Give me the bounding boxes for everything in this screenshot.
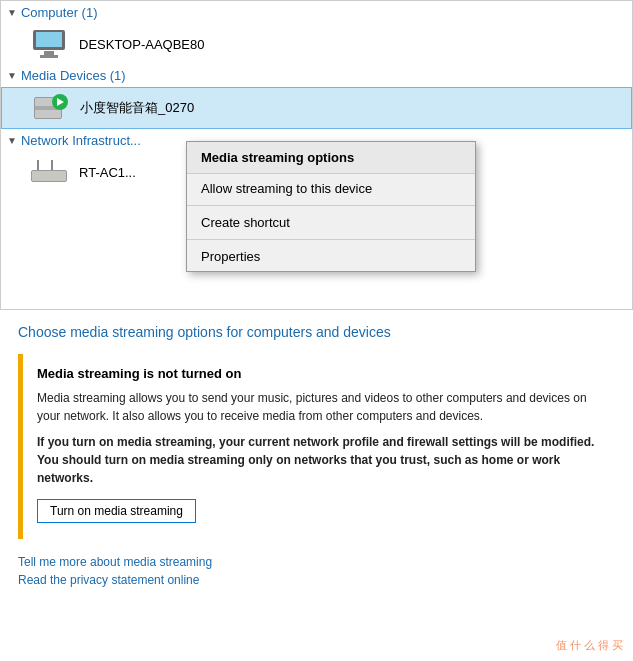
media-device-icon	[30, 93, 70, 123]
router-label: RT-AC1...	[79, 165, 136, 180]
media-devices-section-header[interactable]: ▼ Media Devices (1)	[1, 64, 632, 87]
media-devices-chevron-icon: ▼	[7, 70, 17, 81]
info-box: Media streaming is not turned on Media s…	[18, 354, 615, 539]
info-box-text: Media streaming allows you to send your …	[37, 389, 601, 425]
watermark: 值 什 么 得 买	[556, 638, 623, 653]
link-area: Tell me more about media streaming Read …	[18, 555, 615, 587]
properties-menu-item[interactable]: Properties	[187, 242, 475, 271]
learn-more-link[interactable]: Tell me more about media streaming	[18, 555, 615, 569]
desktop-item[interactable]: DESKTOP-AAQBE80	[1, 24, 632, 64]
warning-bold: that you trust	[350, 453, 427, 467]
media-device-label: 小度智能音箱_0270	[80, 99, 194, 117]
allow-streaming-menu-item[interactable]: Allow streaming to this device	[187, 174, 475, 203]
computer-section-label: Computer (1)	[21, 5, 98, 20]
info-box-warning: If you turn on media streaming, your cur…	[37, 433, 601, 487]
bottom-panel: Choose media streaming options for compu…	[0, 310, 633, 605]
turn-on-media-streaming-button[interactable]: Turn on media streaming	[37, 499, 196, 523]
computer-icon	[29, 29, 69, 59]
bottom-panel-title: Choose media streaming options for compu…	[18, 324, 615, 340]
info-box-title: Media streaming is not turned on	[37, 366, 601, 381]
context-menu-header: Media streaming options	[187, 142, 475, 174]
network-infra-section-label: Network Infrastruct...	[21, 133, 141, 148]
explorer-panel: ▼ Computer (1) DESKTOP-AAQBE80 ▼ Media D…	[0, 0, 633, 310]
router-icon	[29, 157, 69, 187]
context-menu-divider-1	[187, 205, 475, 206]
desktop-label: DESKTOP-AAQBE80	[79, 37, 204, 52]
media-devices-section-label: Media Devices (1)	[21, 68, 126, 83]
network-infra-chevron-icon: ▼	[7, 135, 17, 146]
privacy-statement-link[interactable]: Read the privacy statement online	[18, 573, 615, 587]
media-device-item[interactable]: 小度智能音箱_0270	[1, 87, 632, 129]
computer-chevron-icon: ▼	[7, 7, 17, 18]
context-menu-divider-2	[187, 239, 475, 240]
create-shortcut-menu-item[interactable]: Create shortcut	[187, 208, 475, 237]
computer-section-header[interactable]: ▼ Computer (1)	[1, 1, 632, 24]
context-menu: Media streaming options Allow streaming …	[186, 141, 476, 272]
